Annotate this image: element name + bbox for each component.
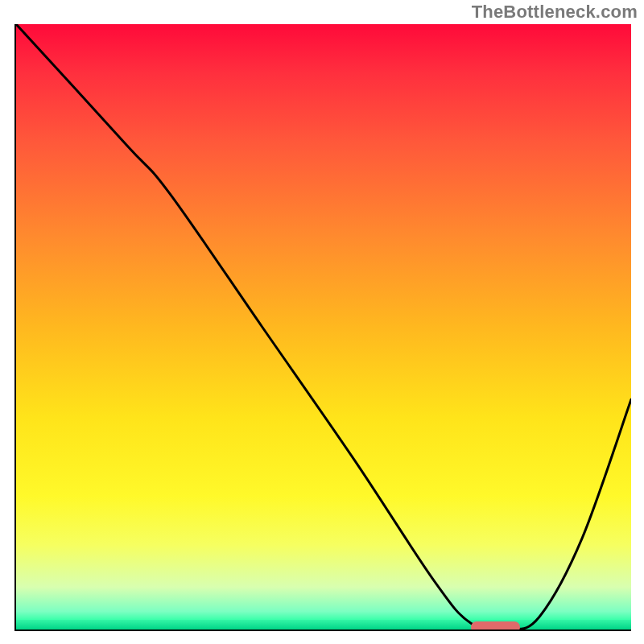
plot-area	[14, 24, 631, 631]
optimal-marker	[471, 621, 520, 631]
chart-container: TheBottleneck.com	[0, 0, 644, 644]
watermark-text: TheBottleneck.com	[472, 2, 638, 23]
bottleneck-curve	[16, 24, 631, 630]
